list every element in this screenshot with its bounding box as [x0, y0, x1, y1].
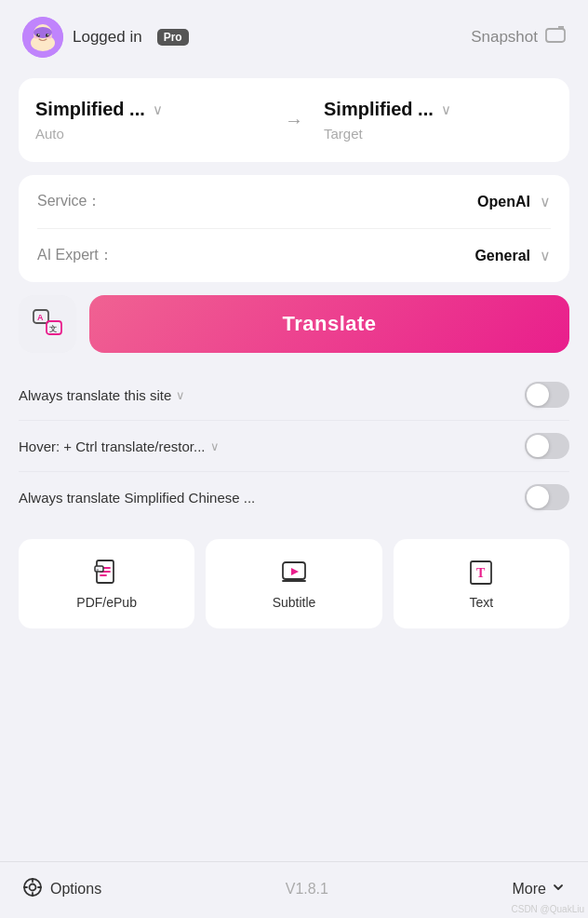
options-label: Options	[50, 881, 101, 898]
service-row[interactable]: Service： OpenAI ∨	[37, 175, 551, 229]
svg-text:T: T	[476, 566, 486, 580]
ai-expert-label: AI Expert：	[37, 246, 114, 265]
snapshot-label: Snapshot	[471, 28, 538, 47]
always-lang-toggle[interactable]	[525, 484, 569, 510]
more-chevron-icon	[551, 880, 566, 898]
target-language-selector[interactable]: Simplified ... ∨ Target	[307, 78, 569, 162]
header-left: Logged in Pro	[22, 17, 189, 58]
more-label: More	[513, 881, 546, 898]
source-lang-inner: Simplified ... ∨	[35, 99, 264, 120]
svg-text:≡: ≡	[96, 567, 99, 573]
svg-point-7	[47, 34, 49, 36]
toggle-section: Always translate this site ∨ Hover: + Ct…	[19, 370, 569, 522]
options-icon	[22, 877, 43, 901]
language-section: Simplified ... ∨ Auto → Simplified ... ∨…	[19, 78, 569, 162]
pdf-icon: ≡	[92, 558, 122, 587]
svg-point-8	[34, 36, 39, 39]
pro-badge: Pro	[157, 29, 189, 46]
watermark: CSDN @QuakLiu	[511, 904, 584, 914]
source-lang-chevron: ∨	[153, 101, 163, 118]
always-site-toggle[interactable]	[525, 382, 569, 408]
footer: Options V1.8.1 More	[0, 861, 588, 918]
pdf-label: PDF/ePub	[76, 595, 137, 610]
settings-section: Service： OpenAI ∨ AI Expert： General ∨	[19, 175, 569, 282]
source-language-sub: Auto	[35, 126, 264, 142]
translate-icon: A 文	[31, 306, 64, 343]
hover-label: Hover: + Ctrl translate/restor... ∨	[19, 439, 220, 454]
svg-text:文: 文	[49, 323, 57, 332]
translate-icon-button[interactable]: A 文	[19, 295, 76, 353]
action-section: ≡ PDF/ePub Subtitle T Text	[19, 539, 569, 628]
snapshot-button[interactable]: Snapshot	[471, 26, 566, 49]
always-site-label: Always translate this site ∨	[19, 387, 185, 403]
target-language-sub: Target	[324, 126, 553, 142]
service-value: OpenAI	[477, 194, 530, 210]
subtitle-label: Subtitle	[273, 595, 316, 610]
svg-point-6	[38, 34, 40, 36]
target-lang-chevron: ∨	[441, 101, 451, 118]
ai-expert-value: General	[474, 248, 530, 264]
hover-chevron[interactable]: ∨	[210, 439, 220, 453]
service-right: OpenAI ∨	[477, 193, 551, 210]
text-button[interactable]: T Text	[394, 539, 569, 628]
logged-in-text: Logged in	[73, 28, 142, 47]
always-translate-site-row: Always translate this site ∨	[19, 370, 569, 421]
svg-point-9	[47, 36, 52, 39]
always-lang-label: Always translate Simplified Chinese ...	[19, 490, 255, 506]
service-label: Service：	[37, 192, 101, 211]
target-lang-inner: Simplified ... ∨	[324, 99, 553, 120]
hover-toggle[interactable]	[525, 433, 569, 459]
ai-expert-row[interactable]: AI Expert： General ∨	[37, 229, 551, 282]
subtitle-button[interactable]: Subtitle	[206, 539, 381, 628]
subtitle-icon	[279, 558, 309, 587]
svg-marker-26	[291, 568, 299, 575]
translate-button[interactable]: Translate	[89, 295, 569, 353]
text-label: Text	[469, 595, 493, 610]
pdf-epub-button[interactable]: ≡ PDF/ePub	[19, 539, 194, 628]
options-button[interactable]: Options	[22, 877, 101, 901]
always-translate-lang-row: Always translate Simplified Chinese ...	[19, 472, 569, 522]
always-site-chevron[interactable]: ∨	[176, 388, 185, 402]
ai-expert-right: General ∨	[474, 247, 551, 264]
avatar	[22, 17, 63, 58]
svg-text:A: A	[37, 313, 44, 322]
svg-point-31	[30, 884, 36, 891]
translate-row: A 文 Translate	[19, 295, 569, 353]
ai-expert-chevron: ∨	[540, 247, 551, 264]
text-icon: T	[466, 558, 496, 587]
target-language-name: Simplified ...	[324, 99, 434, 120]
hover-translate-row: Hover: + Ctrl translate/restor... ∨	[19, 421, 569, 472]
service-chevron: ∨	[540, 193, 551, 210]
more-button[interactable]: More	[513, 880, 566, 898]
header: Logged in Pro Snapshot	[0, 0, 588, 71]
source-language-name: Simplified ...	[35, 99, 145, 120]
svg-rect-10	[546, 29, 565, 42]
lang-arrow: →	[281, 110, 307, 131]
source-language-selector[interactable]: Simplified ... ∨ Auto	[19, 78, 281, 162]
snapshot-icon	[545, 26, 566, 49]
version-label: V1.8.1	[286, 881, 328, 898]
